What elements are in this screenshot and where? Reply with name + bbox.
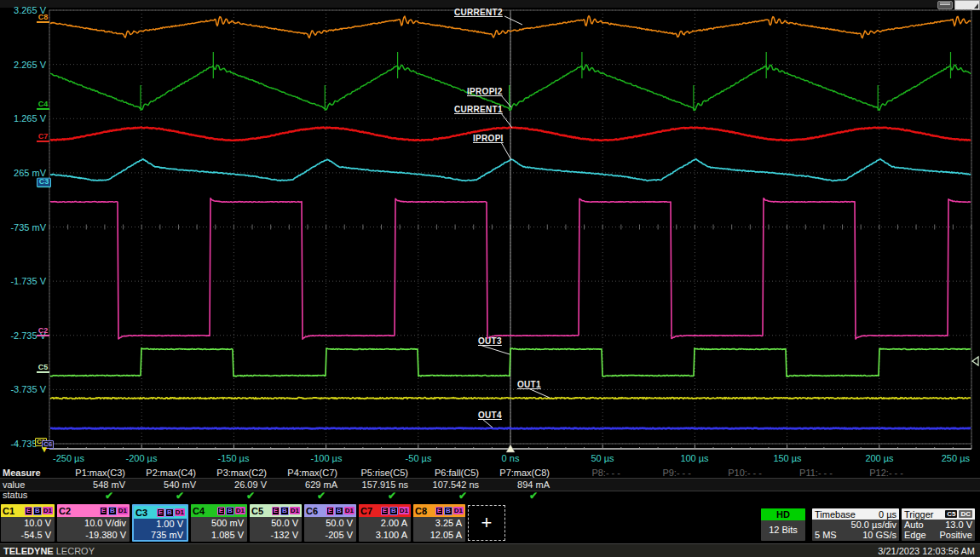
- channel-offset-C6: -205 V: [304, 529, 356, 541]
- badge-d1-C3: D1: [175, 508, 185, 516]
- channel-id-C4: C4: [193, 506, 205, 516]
- trace-label-current1[interactable]: CURRENT1: [454, 105, 503, 114]
- channel-descriptor-row: C1EBD110.0 V-54.5 VC2EBD110.0 V/div-19.3…: [1, 504, 505, 542]
- channel-marker-C4[interactable]: C4: [37, 100, 49, 110]
- trigger-mode: Auto: [904, 520, 924, 530]
- x-axis-label: 50 µs: [591, 453, 614, 463]
- trigger-title: Trigger: [904, 509, 933, 520]
- channel-offset-C7: 3.100 A: [359, 529, 411, 541]
- measure-status-p2: ✔: [130, 490, 201, 501]
- status-bar: TELEDYNE LECROY 3/21/2023 12:03:56 AM: [0, 543, 980, 557]
- measure-header-p6[interactable]: P6:fall(C5): [413, 468, 484, 478]
- measure-header-p1[interactable]: P1:max(C3): [60, 468, 130, 478]
- channel-id-C6: C6: [306, 506, 318, 516]
- channel-box-header-C3: C3EBD1: [134, 506, 187, 519]
- trigger-coupling-badge: DC: [959, 510, 972, 518]
- channel-box-C1[interactable]: C1EBD110.0 V-54.5 V: [1, 504, 55, 542]
- measure-header-p11[interactable]: P11:- - -: [767, 468, 838, 478]
- channel-scale-C3: 1.00 V: [134, 519, 187, 530]
- trace-label-ipropi2[interactable]: IPROPI2: [467, 87, 503, 96]
- timebase-rate: 10 GS/s: [862, 530, 896, 540]
- channel-box-C8[interactable]: C8EBD13.25 A12.05 A: [413, 504, 465, 542]
- x-axis-label: -100 µs: [311, 453, 343, 463]
- channel-box-C5[interactable]: C5EBD150.0 V-132 V: [250, 504, 302, 542]
- badge-d1-C6: D1: [344, 507, 355, 514]
- trace-label-ipropi[interactable]: IPROPI: [473, 134, 504, 143]
- y-axis-label: -1.735 V: [0, 276, 46, 286]
- measure-header-p12[interactable]: P12:- - -: [838, 468, 908, 478]
- measure-value-p1: 548 mV: [60, 479, 130, 491]
- channel-box-C2[interactable]: C2EBD110.0 V/div-19.380 V: [57, 504, 130, 542]
- badge-b-C5: B: [280, 507, 289, 515]
- measure-value-p6: 107.542 ns: [413, 479, 484, 491]
- trace-label-out4[interactable]: OUT4: [478, 411, 502, 420]
- measure-status-p5: ✔: [343, 490, 413, 501]
- trace-label-out3[interactable]: OUT3: [478, 336, 502, 346]
- channel-box-C3[interactable]: C3EBD11.00 V735 mV: [132, 504, 188, 542]
- x-axis-label: 100 µs: [680, 453, 708, 463]
- measure-value-p9: [625, 479, 696, 491]
- channel-marker-C7[interactable]: C7: [37, 133, 49, 142]
- measure-status-p3: ✔: [201, 490, 272, 501]
- measure-value-p3: 26.09 V: [201, 479, 272, 491]
- badge-d1-C2: D1: [118, 507, 128, 514]
- badge-b-C6: B: [335, 507, 343, 515]
- trace-label-out1[interactable]: OUT1: [517, 380, 541, 389]
- channel-id-C3: C3: [135, 508, 147, 518]
- y-axis-label: 2.265 V: [0, 60, 46, 70]
- badge-b-C4: B: [226, 507, 234, 515]
- bits-label: 12 Bits: [761, 520, 805, 539]
- channel-box-C4[interactable]: C4EBD1500 mV1.085 V: [191, 504, 247, 542]
- measure-header-p3[interactable]: P3:max(C2): [201, 468, 272, 478]
- hd-mode-box[interactable]: HD 12 Bits: [761, 508, 805, 541]
- measure-value-p10: [696, 479, 767, 491]
- measure-status-p7: ✔: [484, 490, 555, 501]
- channel-box-C7[interactable]: C7EBD12.00 A3.100 A: [359, 504, 411, 542]
- badge-e-C2: E: [100, 507, 107, 515]
- measure-value-p4: 629 mA: [272, 479, 343, 491]
- trigger-box[interactable]: Trigger C5 DC Auto 13.0 V Edge Positive: [902, 508, 975, 541]
- channel-box-header-C2: C2EBD1: [57, 504, 130, 517]
- measure-status-p1: ✔: [60, 490, 130, 501]
- badge-e-C8: E: [435, 507, 443, 515]
- trace-C1-out1: [50, 398, 971, 399]
- measure-value-p11: [767, 479, 838, 491]
- badge-e-C6: E: [326, 507, 334, 515]
- badge-b-C1: B: [33, 507, 42, 515]
- measure-header-p7[interactable]: P7:max(C8): [484, 468, 555, 478]
- y-axis-label: -3.735 V: [0, 384, 46, 394]
- channel-marker-C5[interactable]: C5: [37, 364, 49, 373]
- channel-marker-C3[interactable]: C3: [37, 177, 51, 187]
- status-row-label: status: [0, 490, 60, 501]
- measure-header-p10[interactable]: P10:- - -: [696, 468, 767, 478]
- channel-marker-C8[interactable]: C8: [37, 14, 49, 23]
- measure-header-p5[interactable]: P5:rise(C5): [343, 468, 413, 478]
- channel-scale-C7: 2.00 A: [359, 517, 411, 529]
- measure-header-p9[interactable]: P9:- - -: [625, 468, 696, 478]
- x-axis-label: 200 µs: [865, 453, 893, 463]
- trace-label-current2[interactable]: CURRENT2: [454, 8, 503, 17]
- measure-header-p4[interactable]: P4:max(C7): [272, 468, 343, 478]
- badge-b-C8: B: [444, 507, 453, 515]
- measure-header-p2[interactable]: P2:max(C4): [130, 468, 201, 478]
- channel-marker-C2[interactable]: C2: [37, 327, 49, 336]
- channel-id-C7: C7: [360, 506, 372, 516]
- measure-header-p8[interactable]: P8:- - -: [555, 468, 625, 478]
- measure-value-p8: [555, 479, 625, 491]
- channel-scale-C1: 10.0 V: [1, 517, 55, 529]
- measure-status-p10: [696, 490, 767, 501]
- waveform-plot: 3.265 V2.265 V1.265 V265 mV-735 mV-1.735…: [0, 0, 980, 467]
- measure-value-p12: [838, 479, 908, 491]
- timebase-box[interactable]: Timebase 0 µs 50.0 µs/div 5 MS 10 GS/s: [812, 508, 899, 541]
- channel-box-C6[interactable]: C6EBD150.0 V-205 V: [304, 504, 356, 542]
- badge-e-C1: E: [25, 507, 32, 515]
- hd-label: HD: [761, 508, 805, 520]
- measure-status-row: status ✔✔✔✔✔✔✔: [0, 490, 980, 501]
- add-channel-button[interactable]: +: [468, 505, 505, 541]
- badge-e-C7: E: [381, 507, 389, 515]
- x-axis-label: 150 µs: [773, 453, 801, 463]
- channel-scale-C4: 500 mV: [191, 517, 247, 529]
- channel-scale-C8: 3.25 A: [413, 517, 465, 529]
- channel-offset-C8: 12.05 A: [413, 529, 465, 541]
- x-axis-label: -50 µs: [406, 453, 432, 463]
